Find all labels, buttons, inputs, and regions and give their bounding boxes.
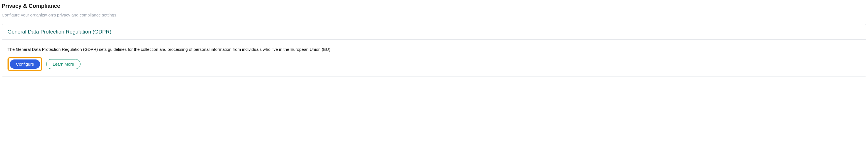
configure-highlight: Configure	[7, 57, 42, 71]
gdpr-card-title: General Data Protection Regulation (GDPR…	[7, 29, 861, 35]
gdpr-card-body: The General Data Protection Regulation (…	[2, 40, 866, 76]
gdpr-description: The General Data Protection Regulation (…	[7, 46, 861, 52]
gdpr-button-row: Configure Learn More	[7, 57, 861, 71]
configure-button[interactable]: Configure	[10, 59, 40, 69]
learn-more-button[interactable]: Learn More	[46, 59, 81, 69]
gdpr-card-header: General Data Protection Regulation (GDPR…	[2, 24, 866, 40]
page-title: Privacy & Compliance	[2, 3, 866, 9]
page-subtitle: Configure your organization's privacy an…	[2, 12, 866, 17]
gdpr-card: General Data Protection Regulation (GDPR…	[2, 24, 866, 77]
